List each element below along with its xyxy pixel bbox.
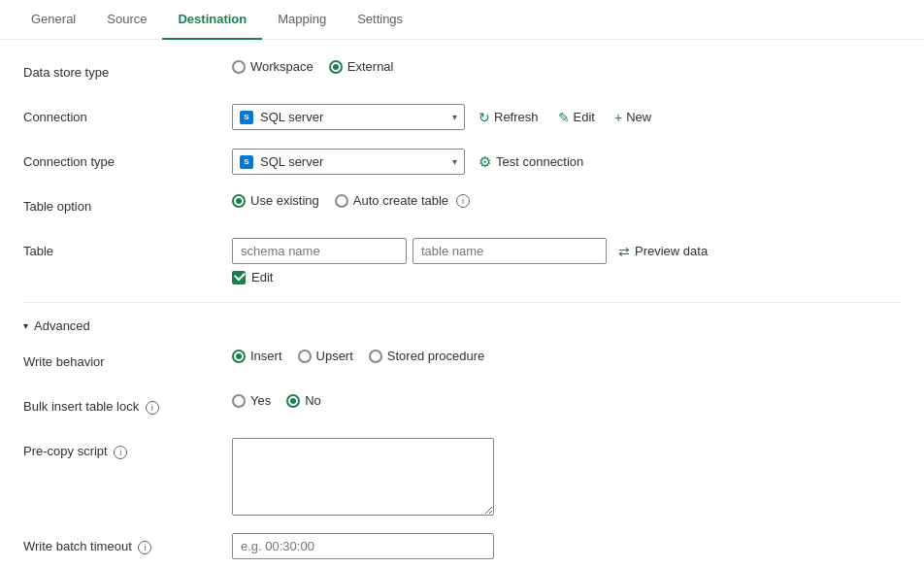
radio-use-existing-input[interactable] xyxy=(232,194,246,208)
edit-connection-button[interactable]: ✎ Edit xyxy=(552,106,601,129)
write-behavior-label: Write behavior xyxy=(23,349,232,369)
tab-bar: General Source Destination Mapping Setti… xyxy=(0,0,924,40)
radio-yes[interactable]: Yes xyxy=(232,393,271,408)
radio-upsert-label: Upsert xyxy=(316,349,353,363)
write-batch-timeout-controls xyxy=(232,533,901,559)
radio-use-existing-label: Use existing xyxy=(250,193,319,208)
radio-no-label: No xyxy=(305,393,321,408)
preview-data-label: Preview data xyxy=(635,244,708,258)
test-connection-label: Test connection xyxy=(496,154,583,169)
connection-label: Connection xyxy=(23,104,232,124)
schema-name-input[interactable] xyxy=(232,238,407,264)
write-batch-timeout-input[interactable] xyxy=(232,533,494,559)
write-batch-timeout-row: Write batch timeout i xyxy=(23,533,901,560)
tab-general[interactable]: General xyxy=(16,0,91,40)
table-option-label: Table option xyxy=(23,193,232,214)
new-connection-label: New xyxy=(626,110,651,124)
radio-external-label: External xyxy=(347,59,394,74)
tab-destination[interactable]: Destination xyxy=(162,0,262,40)
table-row: Table ⇄ Preview data Edit xyxy=(23,238,901,284)
advanced-toggle-button[interactable]: ▾ Advanced xyxy=(23,318,90,333)
write-behavior-row: Write behavior Insert Upsert Stored proc… xyxy=(23,349,901,376)
pre-copy-row: Pre-copy script i xyxy=(23,438,901,516)
divider xyxy=(23,302,901,303)
data-store-type-label: Data store type xyxy=(23,59,232,80)
table-option-controls: Use existing Auto create table i xyxy=(232,193,901,208)
write-behavior-controls: Insert Upsert Stored procedure xyxy=(232,349,901,363)
tab-mapping[interactable]: Mapping xyxy=(262,0,342,40)
radio-insert-input[interactable] xyxy=(232,350,246,363)
test-connection-button[interactable]: ⚙ Test connection xyxy=(473,150,589,175)
bulk-insert-controls: Yes No xyxy=(232,393,901,408)
pre-copy-controls xyxy=(232,438,901,516)
pre-copy-label: Pre-copy script i xyxy=(23,438,232,459)
advanced-label: Advanced xyxy=(34,318,90,333)
connection-type-select[interactable]: SQL server xyxy=(232,149,465,175)
table-name-input[interactable] xyxy=(412,238,607,264)
connection-select[interactable]: SQL server xyxy=(232,104,465,130)
write-batch-timeout-info-icon: i xyxy=(138,541,151,554)
radio-workspace-label: Workspace xyxy=(250,59,314,74)
edit-checkbox[interactable] xyxy=(232,271,246,284)
edit-row: Edit xyxy=(232,270,713,284)
radio-yes-input[interactable] xyxy=(232,394,246,408)
tab-source[interactable]: Source xyxy=(91,0,162,40)
radio-insert-label: Insert xyxy=(250,349,282,363)
refresh-button[interactable]: ↻ Refresh xyxy=(473,106,544,129)
connection-type-controls: S SQL server ▾ ⚙ Test connection xyxy=(232,149,901,175)
radio-workspace[interactable]: Workspace xyxy=(232,59,314,74)
plus-icon: + xyxy=(614,110,622,125)
test-connection-icon: ⚙ xyxy=(478,153,491,171)
bulk-insert-row: Bulk insert table lock i Yes No xyxy=(23,393,901,420)
radio-stored-procedure-label: Stored procedure xyxy=(387,349,484,363)
pre-copy-info-icon: i xyxy=(114,446,127,459)
connection-dropdown-wrap: S SQL server ▾ xyxy=(232,104,465,130)
preview-data-button[interactable]: ⇄ Preview data xyxy=(612,240,713,263)
table-option-row: Table option Use existing Auto create ta… xyxy=(23,193,901,220)
form-content: Data store type Workspace External Conne… xyxy=(0,40,924,568)
auto-create-info-icon: i xyxy=(456,194,470,208)
radio-use-existing[interactable]: Use existing xyxy=(232,193,319,208)
radio-auto-create-input[interactable] xyxy=(335,194,348,208)
data-store-type-row: Data store type Workspace External xyxy=(23,59,901,86)
radio-external-input[interactable] xyxy=(329,60,343,74)
refresh-icon: ↻ xyxy=(478,110,490,125)
radio-external[interactable]: External xyxy=(329,59,394,74)
radio-auto-create[interactable]: Auto create table i xyxy=(335,193,470,208)
radio-no[interactable]: No xyxy=(286,393,321,408)
radio-upsert[interactable]: Upsert xyxy=(298,349,353,363)
table-controls: ⇄ Preview data Edit xyxy=(232,238,713,284)
radio-no-input[interactable] xyxy=(286,394,300,408)
bulk-insert-label: Bulk insert table lock i xyxy=(23,393,232,415)
refresh-label: Refresh xyxy=(494,110,539,124)
edit-icon: ✎ xyxy=(558,110,570,125)
write-batch-timeout-label: Write batch timeout i xyxy=(23,533,232,554)
tab-settings[interactable]: Settings xyxy=(342,0,418,40)
connection-type-dropdown-wrap: S SQL server ▾ xyxy=(232,149,465,175)
table-inputs: ⇄ Preview data xyxy=(232,238,713,264)
advanced-chevron-icon: ▾ xyxy=(23,320,28,331)
connection-row: Connection S SQL server ▾ ↻ Refresh ✎ Ed… xyxy=(23,104,901,131)
connection-controls: S SQL server ▾ ↻ Refresh ✎ Edit + New xyxy=(232,104,901,130)
radio-stored-procedure[interactable]: Stored procedure xyxy=(369,349,484,363)
pre-copy-textarea[interactable] xyxy=(232,438,494,516)
edit-connection-label: Edit xyxy=(574,110,595,124)
preview-icon: ⇄ xyxy=(618,244,630,259)
radio-auto-create-label: Auto create table xyxy=(353,193,448,208)
connection-type-row: Connection type S SQL server ▾ ⚙ Test co… xyxy=(23,149,901,176)
radio-workspace-input[interactable] xyxy=(232,60,246,74)
data-store-type-controls: Workspace External xyxy=(232,59,901,74)
new-connection-button[interactable]: + New xyxy=(609,106,657,129)
table-label: Table xyxy=(23,238,232,258)
radio-upsert-input[interactable] xyxy=(298,350,312,363)
connection-type-label: Connection type xyxy=(23,149,232,169)
bulk-insert-info-icon: i xyxy=(146,401,159,415)
radio-yes-label: Yes xyxy=(250,393,271,408)
edit-checkbox-label: Edit xyxy=(251,270,273,284)
radio-insert[interactable]: Insert xyxy=(232,349,282,363)
radio-stored-procedure-input[interactable] xyxy=(369,350,382,363)
